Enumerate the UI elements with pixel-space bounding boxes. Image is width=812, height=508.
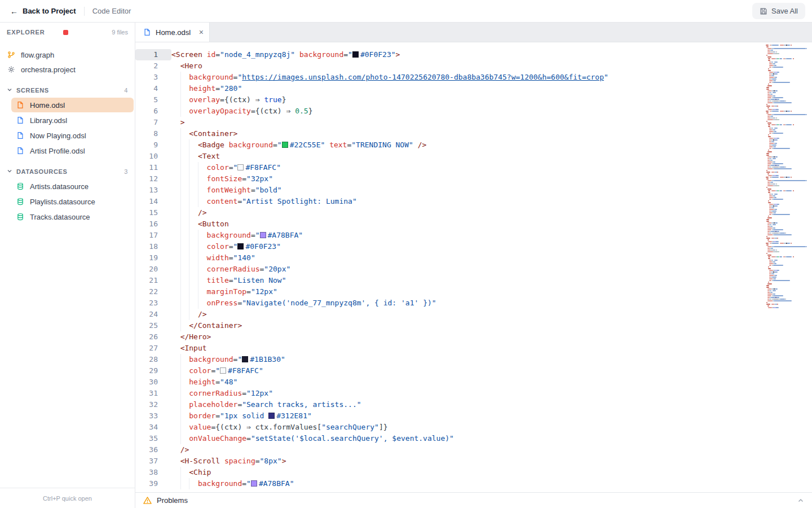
code-area[interactable]: <Screen id="node_4_mnpyzq8j" background=… [171, 42, 812, 492]
minimap-line [766, 299, 811, 300]
sidebar-item-orchestra-project[interactable]: orchestra.project [0, 62, 135, 77]
code-token: " [233, 242, 238, 251]
minimap-line [766, 46, 811, 47]
code-token: marginTop [207, 287, 246, 296]
code-token: = [246, 434, 251, 443]
section-header-screens[interactable]: SCREENS4 [0, 84, 135, 97]
code-token: > [180, 118, 185, 126]
code-line[interactable]: <Input [171, 343, 812, 354]
code-line[interactable]: fontWeight="bold" [171, 185, 812, 196]
code-line[interactable]: background="#A78BFA" [171, 478, 812, 489]
tab-home-odsl[interactable]: Home.odsl × [135, 23, 210, 42]
code-line[interactable]: color="#0F0F23" [171, 241, 812, 252]
line-number: 23 [135, 297, 171, 309]
minimap-line [766, 294, 811, 295]
code-token: #22C55E" [290, 141, 325, 149]
code-line[interactable]: background="#A78BFA" [171, 230, 812, 241]
minimap-line [766, 48, 811, 49]
code-line[interactable]: <Text [171, 151, 812, 162]
sidebar-item-artists-datasource[interactable]: Artists.datasource [11, 179, 134, 194]
minimap-segment [780, 167, 785, 168]
section-label: DATASOURCES [16, 168, 68, 175]
minimap-segment [767, 114, 771, 115]
sidebar-item-flow-graph[interactable]: flow.graph [0, 47, 135, 62]
code-line[interactable]: </Hero> [171, 331, 812, 343]
sidebar-item-tracks-datasource[interactable]: Tracks.datasource [11, 209, 134, 224]
indent-guide [189, 297, 189, 309]
minimap-segment [776, 99, 780, 100]
code-line[interactable]: <Container> [171, 128, 812, 139]
sidebar-item-now-playing-odsl[interactable]: Now Playing.odsl [11, 128, 134, 143]
minimap-line [766, 163, 811, 164]
code-line[interactable]: marginTop="12px" [171, 286, 812, 297]
code-line[interactable]: <Hero [171, 60, 812, 72]
file-tree: flow.graphorchestra.project SCREENS4Home… [0, 42, 135, 488]
code-line[interactable]: border="1px solid #312E81" [171, 410, 812, 422]
code-line[interactable]: overlayOpacity={(ctx) ⇒ 0.5} [171, 106, 812, 117]
back-to-project-button[interactable]: ← Back to Project [10, 7, 76, 16]
problems-bar[interactable]: Problems [135, 492, 812, 508]
code-token: = [229, 276, 233, 284]
minimap-segment [771, 248, 773, 249]
code-line[interactable]: fontSize="32px" [171, 173, 812, 185]
code-line[interactable]: <H-Scroll spacing="8px"> [171, 456, 812, 467]
code-line[interactable]: placeholder="Search tracks, artists..." [171, 399, 812, 410]
chevron-up-icon[interactable] [797, 497, 804, 504]
code-line[interactable]: color="#F8FAFC" [171, 162, 812, 173]
save-all-button[interactable]: Save All [752, 3, 805, 19]
code-line[interactable]: background="#1B1B30" [171, 354, 812, 365]
minimap-line [766, 160, 811, 161]
line-number: 18 [135, 241, 171, 252]
code-line[interactable]: color="#F8FAFC" [171, 365, 812, 376]
line-number: 1 [135, 49, 171, 60]
code-line[interactable]: width="140" [171, 252, 812, 264]
minimap-segment [769, 197, 773, 198]
sidebar-item-playlists-datasource[interactable]: Playlists.datasource [11, 194, 134, 209]
minimap-line [766, 168, 811, 169]
code-line[interactable]: > [171, 117, 812, 128]
code-line[interactable]: value={(ctx) ⇒ ctx.formValues["searchQue… [171, 422, 812, 433]
minimap-segment [767, 85, 772, 86]
code-line[interactable]: background="https://images.unsplash.com/… [171, 72, 812, 83]
code-line[interactable]: <Screen id="node_4_mnpyzq8j" background=… [171, 49, 812, 60]
close-tab-icon[interactable]: × [199, 28, 204, 36]
minimap-line [766, 172, 811, 173]
code-line[interactable]: <Button [171, 218, 812, 230]
code-line[interactable]: /> [171, 207, 812, 218]
minimap-segment [772, 207, 774, 208]
code-line[interactable]: content="Artist Spotlight: Lumina" [171, 196, 812, 207]
minimap[interactable] [766, 45, 811, 309]
section-header-datasources[interactable]: DATASOURCES3 [0, 165, 135, 178]
code-line[interactable]: overlay={(ctx) ⇒ true} [171, 94, 812, 106]
code-line[interactable]: cornerRadius="12px" [171, 388, 812, 399]
minimap-segment [772, 211, 776, 212]
code-line[interactable]: <Badge background="#22C55E" text="TRENDI… [171, 139, 812, 151]
minimap-segment [767, 288, 771, 290]
code-line[interactable]: </Container> [171, 320, 812, 331]
code-line[interactable]: /> [171, 309, 812, 320]
code-token [220, 457, 224, 465]
sidebar-item-library-odsl[interactable]: Library.odsl [11, 113, 134, 128]
indent-guide [180, 173, 181, 185]
code-line[interactable]: cornerRadius="20px" [171, 264, 812, 275]
database-icon [16, 198, 25, 205]
code-line[interactable]: height="48" [171, 376, 812, 388]
minimap-segment [766, 155, 769, 156]
code-line[interactable]: <Chip [171, 467, 812, 478]
minimap-segment [773, 161, 775, 163]
sidebar-item-artist-profile-odsl[interactable]: Artist Profile.odsl [11, 143, 134, 158]
code-line[interactable]: onPress="Navigate('node_77_mnpyzq8m', { … [171, 297, 812, 309]
code-line[interactable]: height="280" [171, 83, 812, 94]
sidebar-item-home-odsl[interactable]: Home.odsl [11, 98, 134, 112]
minimap-line [766, 217, 811, 218]
minimap-segment [766, 153, 769, 154]
file-label: Artist Profile.odsl [30, 147, 85, 155]
minimap-segment [766, 244, 769, 246]
minimap-line [766, 77, 811, 78]
code-line[interactable]: title="Listen Now" [171, 275, 812, 286]
minimap-line [766, 55, 811, 56]
code-line[interactable]: /> [171, 444, 812, 456]
line-number: 17 [135, 230, 171, 241]
minimap-segment [774, 263, 776, 264]
code-line[interactable]: onValueChange="setState('$local.searchQu… [171, 433, 812, 444]
